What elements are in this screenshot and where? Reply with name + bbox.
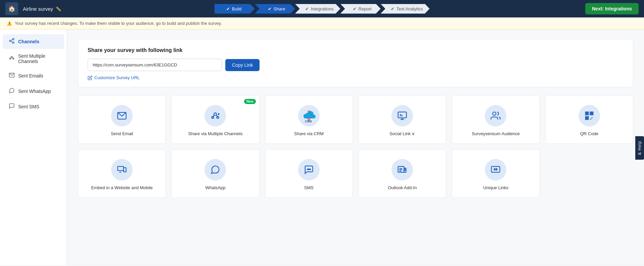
channels-row-1: Send Email New Share via Multiple Channe…: [78, 95, 633, 144]
build-check-icon: ✔: [226, 6, 230, 11]
step-report-label: Report: [359, 6, 372, 11]
channel-outlook[interactable]: Outlook Add-In: [358, 149, 446, 198]
customize-url-text: Customize Survey URL: [94, 75, 140, 80]
help-button[interactable]: & Help: [635, 136, 644, 160]
audience-label: Surveysensum Audience: [472, 131, 520, 136]
sidebar-sent-whatsapp-label: Sent WhatsApp: [18, 89, 51, 94]
svg-point-0: [12, 39, 14, 40]
customize-link-icon: [88, 75, 92, 80]
channel-share-multiple[interactable]: New Share via Multiple Channels: [171, 95, 259, 144]
channel-embed[interactable]: Embed in a Website and Mobile: [78, 149, 166, 198]
warning-bar: ⚠️ Your survey has recent changes. To ma…: [0, 17, 644, 30]
svg-point-13: [218, 113, 220, 115]
audience-icon: [485, 105, 506, 126]
svg-rect-31: [591, 113, 592, 114]
channels-row-2: Embed in a Website and Mobile WhatsApp: [78, 149, 633, 198]
sidebar: Channels Sent Multiple Channels Sent Ema…: [0, 30, 67, 265]
step-report[interactable]: ✔ Report: [340, 4, 381, 14]
copy-link-button[interactable]: Copy Link: [225, 59, 260, 71]
share-section-title: Share your survey with following link: [88, 47, 624, 53]
channel-social-link[interactable]: Social Link ∨: [358, 95, 446, 144]
step-integrations[interactable]: ✔ Integrations: [295, 4, 340, 14]
main-layout: Channels Sent Multiple Channels Sent Ema…: [0, 30, 644, 265]
svg-point-45: [310, 169, 311, 170]
svg-point-2: [12, 42, 14, 44]
svg-rect-21: [398, 112, 407, 118]
svg-point-5: [11, 56, 13, 58]
sms-label: SMS: [304, 185, 314, 190]
svg-rect-30: [586, 113, 588, 114]
channel-audience[interactable]: Surveysensum Audience: [452, 95, 540, 144]
qr-code-icon: [579, 105, 600, 126]
social-link-label: Social Link ∨: [389, 131, 415, 136]
svg-rect-41: [124, 168, 126, 172]
step-integrations-label: Integrations: [311, 6, 334, 11]
home-button[interactable]: 🏠: [5, 2, 18, 15]
share-crm-icon: CRM: [298, 105, 320, 126]
sidebar-item-sent-whatsapp[interactable]: Sent WhatsApp: [3, 84, 64, 99]
svg-text:CRM: CRM: [305, 120, 312, 123]
integrations-check-icon: ✔: [305, 6, 309, 11]
top-navigation: 🏠 Airline survey ✏️ ✔ Build ✔ Share ✔ In…: [0, 0, 644, 17]
share-check-icon: ✔: [268, 6, 272, 11]
sidebar-item-sent-multiple[interactable]: Sent Multiple Channels: [3, 50, 64, 68]
svg-line-3: [11, 41, 12, 42]
channels-icon: [9, 38, 15, 45]
edit-survey-icon[interactable]: ✏️: [56, 6, 61, 11]
sent-whatsapp-icon: [9, 88, 15, 95]
send-email-icon: [111, 105, 133, 126]
step-share[interactable]: ✔ Share: [255, 4, 295, 14]
sidebar-item-sent-sms[interactable]: Sent SMS: [3, 99, 64, 114]
sidebar-sent-multiple-label: Sent Multiple Channels: [18, 53, 58, 64]
share-multiple-label: Share via Multiple Channels: [188, 131, 243, 136]
share-crm-label: Share via CRM: [294, 131, 324, 136]
empty-card-placeholder: [545, 149, 633, 198]
sidebar-channels-label: Channels: [18, 39, 39, 44]
sent-sms-icon: [9, 103, 15, 110]
sent-multiple-icon: [9, 55, 15, 62]
share-link-section: Share your survey with following link Co…: [78, 39, 633, 87]
survey-title: Airline survey ✏️: [23, 6, 61, 12]
new-badge: New: [244, 99, 256, 104]
sidebar-item-sent-emails[interactable]: Sent Emails: [3, 68, 64, 83]
unique-links-icon: [485, 159, 506, 180]
send-email-label: Send Email: [111, 131, 133, 136]
embed-label: Embed in a Website and Mobile: [91, 185, 153, 190]
sidebar-sent-emails-label: Sent Emails: [18, 73, 43, 78]
svg-point-43: [307, 169, 308, 170]
unique-links-label: Unique Links: [483, 185, 508, 190]
whatsapp-icon: [204, 159, 226, 180]
sms-icon: [298, 159, 320, 180]
channel-unique-links[interactable]: Unique Links: [452, 149, 540, 198]
svg-point-26: [493, 112, 496, 115]
next-button[interactable]: Next: Integrations: [585, 3, 639, 14]
customize-url-link[interactable]: Customize Survey URL: [88, 75, 624, 80]
channel-share-crm[interactable]: CRM Share via CRM: [265, 95, 353, 144]
channel-whatsapp[interactable]: WhatsApp: [171, 149, 259, 198]
main-content: Share your survey with following link Co…: [67, 30, 644, 265]
outlook-icon: [392, 159, 413, 180]
channel-send-email[interactable]: Send Email: [78, 95, 166, 144]
steps-nav: ✔ Build ✔ Share ✔ Integrations ✔ Report …: [215, 4, 430, 14]
survey-name-text: Airline survey: [23, 6, 53, 12]
link-row: Copy Link: [88, 59, 624, 71]
svg-point-44: [309, 169, 310, 170]
svg-rect-40: [118, 166, 124, 171]
svg-line-4: [11, 40, 12, 41]
step-text-analytics-label: Text Analytics: [397, 6, 423, 11]
warning-text: Your survey has recent changes. To make …: [15, 21, 222, 26]
report-check-icon: ✔: [353, 6, 357, 11]
text-analytics-check-icon: ✔: [391, 6, 395, 11]
sidebar-sent-sms-label: Sent SMS: [18, 104, 39, 109]
step-build-label: Build: [232, 6, 242, 11]
channel-sms[interactable]: SMS: [265, 149, 353, 198]
sent-emails-icon: [9, 72, 15, 79]
sidebar-item-channels[interactable]: Channels: [3, 34, 64, 49]
channel-qr-code[interactable]: QR Code: [545, 95, 633, 144]
step-build[interactable]: ✔ Build: [215, 4, 255, 14]
social-link-icon: [392, 105, 413, 126]
step-text-analytics[interactable]: ✔ Text Analytics: [381, 4, 430, 14]
qr-code-label: QR Code: [580, 131, 598, 136]
warning-icon: ⚠️: [7, 21, 12, 26]
survey-url-input[interactable]: [88, 59, 222, 71]
